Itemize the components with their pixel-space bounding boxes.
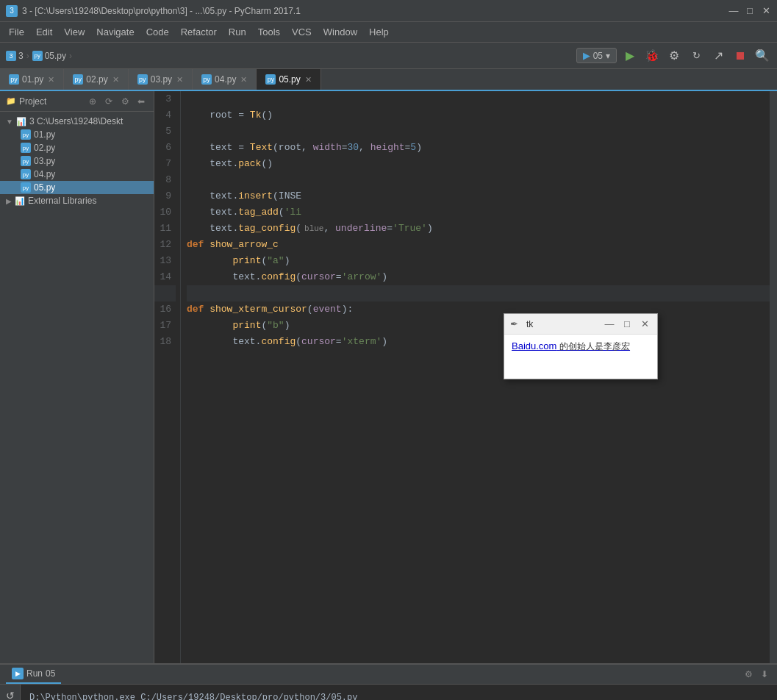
menu-edit[interactable]: Edit bbox=[30, 24, 58, 40]
tab-close-03py[interactable]: ✕ bbox=[176, 75, 183, 85]
debug-button[interactable]: 🐞 bbox=[643, 47, 661, 65]
run-panel: ▶ Run 05 ⚙ ⬇ ↺ ■ ▲ ▼ ≡ 📌 ⚙ ✕ ? D:\Python… bbox=[0, 663, 777, 700]
code-content[interactable]: root = Tk() text = Text(root, width=30, … bbox=[181, 91, 770, 663]
close-button[interactable]: ✕ bbox=[761, 6, 771, 16]
line-num-5: 5 bbox=[154, 124, 176, 140]
code-editor[interactable]: 3 4 5 6 7 8 9 10 11 12 13 14 16 17 18 ro… bbox=[154, 91, 777, 663]
tab-01py[interactable]: py 01.py ✕ bbox=[0, 69, 64, 90]
tree-item-05py[interactable]: py 05.py bbox=[0, 181, 154, 194]
menu-window[interactable]: Window bbox=[318, 24, 363, 40]
tab-bar: py 01.py ✕ py 02.py ✕ py 03.py ✕ py 04.p… bbox=[0, 69, 777, 91]
window-controls[interactable]: — □ ✕ bbox=[728, 6, 771, 16]
tree-item-03py[interactable]: py 03.py bbox=[0, 154, 154, 168]
title-text: 3 - [C:\Users\19248\Desktop\pro\python\3… bbox=[22, 6, 301, 16]
run-output-line-1: D:\Python\python.exe C:/Users/19248/Desk… bbox=[29, 690, 724, 700]
panel-sync-button[interactable]: ⟳ bbox=[102, 95, 115, 108]
file-icon-02py: py bbox=[21, 143, 31, 153]
editor-scrollbar[interactable] bbox=[770, 91, 777, 663]
run-output: D:\Python\python.exe C:/Users/19248/Desk… bbox=[21, 685, 733, 700]
run-settings-button[interactable]: ⚙ bbox=[742, 668, 755, 681]
minimize-button[interactable]: — bbox=[728, 6, 739, 16]
file-icon-01py: py bbox=[21, 129, 31, 140]
stop-button[interactable]: ⏹ bbox=[731, 47, 749, 65]
maximize-button[interactable]: □ bbox=[745, 6, 755, 16]
line-num-18: 18 bbox=[154, 334, 176, 350]
line-num-6: 6 bbox=[154, 140, 176, 156]
build-button[interactable]: ↗ bbox=[709, 47, 727, 65]
run-tab[interactable]: ▶ Run 05 bbox=[6, 665, 61, 684]
run-restart-button[interactable]: ↺ bbox=[2, 688, 18, 700]
code-line-7: text.pack() bbox=[187, 156, 770, 172]
tab-04py[interactable]: py 04.py ✕ bbox=[193, 69, 257, 90]
menu-help[interactable]: Help bbox=[363, 24, 395, 40]
search-everywhere-button[interactable]: 🔍 bbox=[753, 47, 771, 65]
code-line-4: root = Tk() bbox=[187, 107, 770, 124]
line-num-15 bbox=[154, 285, 176, 301]
line-num-17: 17 bbox=[154, 318, 176, 334]
tk-minimize-button[interactable]: — bbox=[603, 318, 616, 331]
tab-icon-03py: py bbox=[137, 74, 148, 85]
tab-close-01py[interactable]: ✕ bbox=[48, 75, 54, 85]
run-panel-content: ↺ ■ ▲ ▼ ≡ 📌 ⚙ ✕ ? D:\Python\python.exe C… bbox=[0, 685, 777, 700]
tree-external-libs[interactable]: ▶ 📊 External Libraries bbox=[0, 194, 154, 207]
tk-close-button[interactable]: ✕ bbox=[638, 318, 651, 331]
code-line-3 bbox=[187, 91, 770, 107]
code-line-14: text.config(cursor='arrow') bbox=[187, 269, 770, 285]
menu-refactor[interactable]: Refactor bbox=[175, 24, 223, 40]
menu-run[interactable]: Run bbox=[223, 24, 252, 40]
run-panel-header: ▶ Run 05 ⚙ ⬇ bbox=[0, 665, 777, 685]
code-line-18: text.config(cursor='xterm') bbox=[187, 334, 770, 350]
tree-item-01py[interactable]: py 01.py bbox=[0, 128, 154, 141]
run-button[interactable]: ▶ bbox=[621, 47, 639, 65]
tab-close-04py[interactable]: ✕ bbox=[240, 75, 247, 85]
tk-content-text: 的创始人是李彦宏 bbox=[559, 341, 630, 351]
tree-item-04py[interactable]: py 04.py bbox=[0, 168, 154, 181]
line-num-13: 13 bbox=[154, 253, 176, 269]
tree-item-02py[interactable]: py 02.py bbox=[0, 141, 154, 154]
panel-settings-button[interactable]: ⚙ bbox=[118, 95, 132, 108]
tab-05py[interactable]: py 05.py ✕ bbox=[257, 69, 321, 90]
tab-03py[interactable]: py 03.py ✕ bbox=[129, 69, 193, 90]
project-panel: 📁 Project ⊕ ⟳ ⚙ ⬅ ▼ 📊 3 C:\Users\19248\D… bbox=[0, 91, 154, 663]
code-line-12: def show_arrow_c bbox=[187, 237, 770, 253]
line-num-11: 11 bbox=[154, 221, 176, 237]
menu-file[interactable]: File bbox=[3, 24, 30, 40]
line-numbers: 3 4 5 6 7 8 9 10 11 12 13 14 16 17 18 bbox=[154, 91, 181, 663]
panel-collapse-button[interactable]: ⬅ bbox=[135, 95, 148, 108]
tk-maximize-button[interactable]: □ bbox=[620, 318, 634, 331]
menu-vcs[interactable]: VCS bbox=[286, 24, 318, 40]
tk-title-bar: ✒ tk — □ ✕ bbox=[504, 314, 657, 335]
tree-root[interactable]: ▼ 📊 3 C:\Users\19248\Deskt bbox=[0, 115, 154, 128]
run-collapse-button[interactable]: ⬇ bbox=[758, 668, 771, 681]
file-icon-04py: py bbox=[21, 169, 31, 179]
folder-icon: 📊 bbox=[16, 117, 26, 126]
file-icon-05py: py bbox=[21, 182, 31, 193]
toolbar-right: ▶ 05 ▾ ▶ 🐞 ⚙ ↻ ↗ ⏹ 🔍 bbox=[576, 47, 771, 65]
menu-code[interactable]: Code bbox=[140, 24, 175, 40]
tk-window[interactable]: ✒ tk — □ ✕ Baidu.com 的创始人是李彦宏 bbox=[504, 313, 658, 379]
title-bar-left: 3 3 - [C:\Users\19248\Desktop\pro\python… bbox=[6, 5, 301, 17]
tk-title-text: tk bbox=[526, 319, 598, 329]
code-line-5 bbox=[187, 124, 770, 140]
tab-close-05py[interactable]: ✕ bbox=[305, 75, 312, 85]
code-line-17: print("b") bbox=[187, 318, 770, 334]
tk-content: Baidu.com 的创始人是李彦宏 bbox=[504, 335, 657, 379]
run-config-selector[interactable]: ▶ 05 ▾ bbox=[576, 48, 617, 63]
menu-tools[interactable]: Tools bbox=[252, 24, 286, 40]
menu-view[interactable]: View bbox=[58, 24, 90, 40]
rerun-button[interactable]: ↻ bbox=[687, 47, 705, 65]
run-panel-tools: ⚙ ⬇ bbox=[742, 668, 771, 681]
menu-navigate[interactable]: Navigate bbox=[90, 24, 140, 40]
tab-close-02py[interactable]: ✕ bbox=[112, 75, 119, 85]
code-line-15 bbox=[187, 285, 770, 301]
tab-icon-05py: py bbox=[265, 74, 276, 85]
file-icon-breadcrumb: py bbox=[32, 51, 43, 61]
menu-bar: File Edit View Navigate Code Refactor Ru… bbox=[0, 22, 777, 43]
run-with-coverage-button[interactable]: ⚙ bbox=[665, 47, 683, 65]
tab-02py[interactable]: py 02.py ✕ bbox=[64, 69, 128, 90]
toolbar: 3 3 › py 05.py › ▶ 05 ▾ ▶ 🐞 ⚙ ↻ ↗ ⏹ 🔍 bbox=[0, 43, 777, 69]
main-area: 📁 Project ⊕ ⟳ ⚙ ⬅ ▼ 📊 3 C:\Users\19248\D… bbox=[0, 91, 777, 663]
app-icon: 3 bbox=[6, 5, 18, 17]
panel-add-button[interactable]: ⊕ bbox=[86, 95, 99, 108]
line-num-3: 3 bbox=[154, 91, 176, 107]
